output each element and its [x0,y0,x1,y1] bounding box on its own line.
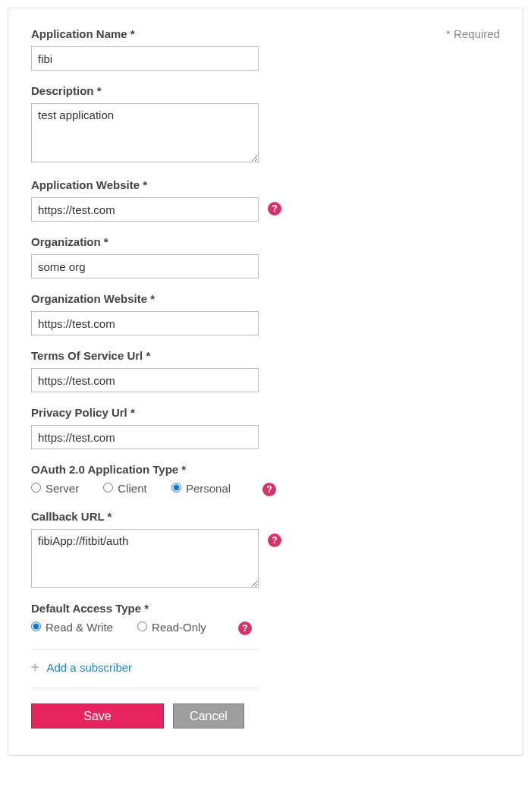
field-organization: Organization * [31,235,500,279]
cancel-button[interactable]: Cancel [173,703,244,729]
help-icon[interactable]: ? [262,483,276,496]
radio-label-personal: Personal [186,482,231,495]
input-description[interactable] [31,103,259,162]
label-app-website: Application Website * [31,178,500,191]
radio-server[interactable]: Server [31,482,79,495]
help-icon[interactable]: ? [238,622,252,635]
radio-label-read-only: Read-Only [152,621,206,634]
form-container: * Required Application Name * Descriptio… [8,8,523,756]
radio-input-read-only[interactable] [137,622,147,631]
label-access-type: Default Access Type * [31,602,500,615]
label-app-name: Application Name * [31,27,500,40]
radio-input-client[interactable] [103,483,113,493]
radio-read-only[interactable]: Read-Only [137,621,206,634]
label-description: Description * [31,84,500,97]
radio-input-read-write[interactable] [31,622,41,631]
field-privacy-url: Privacy Policy Url * [31,406,500,449]
radio-input-server[interactable] [31,483,41,493]
input-tos-url[interactable] [31,368,259,392]
label-org-website: Organization Website * [31,292,500,305]
label-privacy-url: Privacy Policy Url * [31,406,500,419]
input-app-website[interactable] [31,197,259,222]
input-org-website[interactable] [31,311,259,335]
field-oauth-type: OAuth 2.0 Application Type * Server Clie… [31,463,500,496]
input-app-name[interactable] [31,46,259,71]
input-privacy-url[interactable] [31,425,259,449]
label-tos-url: Terms Of Service Url * [31,349,500,362]
radio-client[interactable]: Client [103,482,146,495]
field-tos-url: Terms Of Service Url * [31,349,500,392]
input-organization[interactable] [31,254,259,279]
field-callback-url: Callback URL * ? [31,510,500,588]
field-description: Description * [31,84,500,165]
divider [31,688,259,688]
required-note: * Required [446,27,500,40]
radio-read-write[interactable]: Read & Write [31,621,113,634]
radio-input-personal[interactable] [171,483,181,493]
add-subscriber-link[interactable]: + Add a subscriber [31,660,132,674]
input-callback-url[interactable] [31,529,259,588]
plus-icon: + [31,660,39,674]
radio-label-server: Server [46,482,79,495]
field-app-name: Application Name * [31,27,500,71]
radio-label-client: Client [118,482,146,495]
field-app-website: Application Website * ? [31,178,500,222]
label-callback-url: Callback URL * [31,510,500,523]
button-row: Save Cancel [31,703,500,729]
field-org-website: Organization Website * [31,292,500,335]
save-button[interactable]: Save [31,703,164,729]
label-organization: Organization * [31,235,500,248]
divider [31,649,259,650]
radio-personal[interactable]: Personal [171,482,231,495]
radio-label-read-write: Read & Write [46,621,113,634]
help-icon[interactable]: ? [268,202,281,216]
field-access-type: Default Access Type * Read & Write Read-… [31,602,500,635]
help-icon[interactable]: ? [268,533,281,547]
label-oauth-type: OAuth 2.0 Application Type * [31,463,500,476]
add-subscriber-label: Add a subscriber [47,661,133,674]
